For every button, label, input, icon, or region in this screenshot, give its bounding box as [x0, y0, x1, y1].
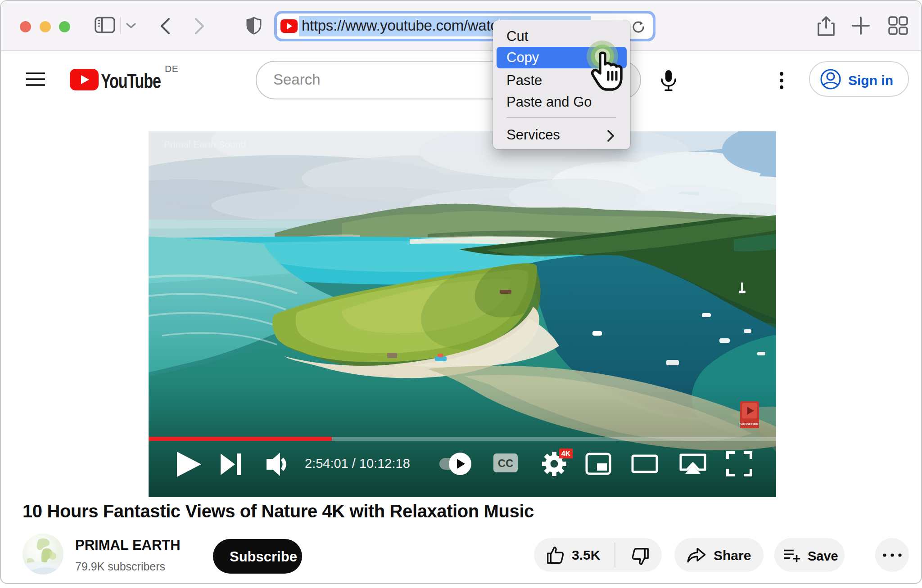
svg-text:Primal Earth Sound: Primal Earth Sound [164, 139, 246, 149]
svg-text:CC: CC [498, 457, 514, 469]
svg-text:SUBSCRIBE: SUBSCRIBE [740, 422, 760, 426]
svg-text:4K: 4K [561, 450, 571, 458]
svg-text:2:54:01 / 10:12:18: 2:54:01 / 10:12:18 [305, 456, 410, 471]
